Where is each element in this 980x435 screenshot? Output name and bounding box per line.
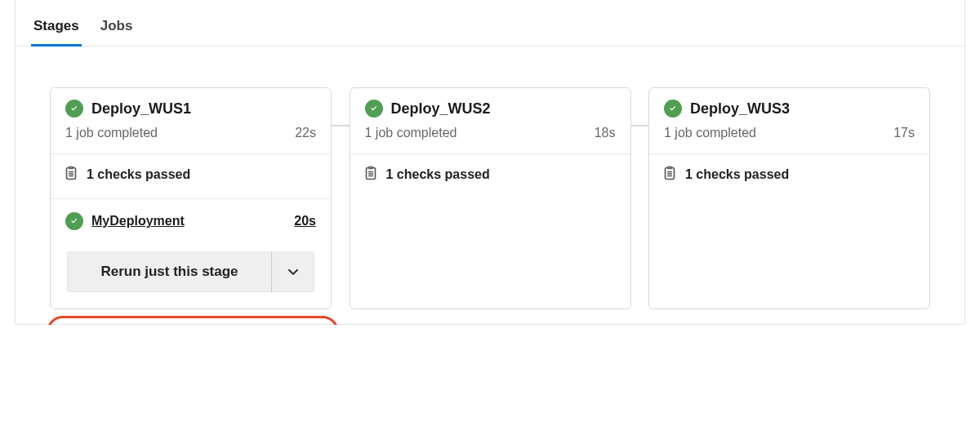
stage-connector xyxy=(332,125,350,127)
job-duration: 20s xyxy=(294,214,316,229)
stage-status-text: 1 job completed xyxy=(365,126,457,140)
chevron-down-icon xyxy=(286,264,301,279)
success-icon xyxy=(664,100,682,118)
tab-jobs[interactable]: Jobs xyxy=(100,18,133,46)
stage-checks-text: 1 checks passed xyxy=(386,167,490,182)
checklist-icon xyxy=(664,166,677,184)
stage-duration: 22s xyxy=(295,126,316,140)
success-icon xyxy=(65,100,83,118)
checklist-icon xyxy=(365,166,378,184)
tab-stages[interactable]: Stages xyxy=(33,18,79,46)
stage-card-deploy-wus3[interactable]: Deploy_WUS3 1 job completed 17s 1 checks… xyxy=(648,87,930,309)
stage-graph: Deploy_WUS1 1 job completed 22s 1 checks… xyxy=(16,47,964,309)
rerun-stage-button[interactable]: Rerun just this stage xyxy=(68,252,271,291)
stage-title: Deploy_WUS1 xyxy=(91,100,191,118)
success-icon xyxy=(365,100,383,118)
stage-title: Deploy_WUS2 xyxy=(391,100,491,118)
checklist-icon xyxy=(65,166,78,184)
stage-status-text: 1 job completed xyxy=(65,126,158,140)
job-name-link[interactable]: MyDeployment xyxy=(91,214,286,229)
stage-connector xyxy=(631,125,649,127)
stage-checks-text: 1 checks passed xyxy=(87,167,190,182)
stage-job-row[interactable]: MyDeployment 20s xyxy=(51,198,331,242)
stage-card-deploy-wus2[interactable]: Deploy_WUS2 1 job completed 18s 1 checks… xyxy=(350,87,631,309)
stage-title: Deploy_WUS3 xyxy=(690,100,790,118)
success-icon xyxy=(65,212,83,230)
rerun-stage-split-button[interactable]: Rerun just this stage xyxy=(67,251,314,292)
stage-duration: 18s xyxy=(595,126,616,140)
pipeline-panel: Stages Jobs Deploy_WUS1 1 job completed … xyxy=(15,0,965,325)
tab-bar: Stages Jobs xyxy=(16,0,964,47)
stage-status-text: 1 job completed xyxy=(664,126,756,140)
annotation-highlight xyxy=(47,316,339,325)
rerun-stage-dropdown[interactable] xyxy=(271,252,314,291)
stage-card-deploy-wus1[interactable]: Deploy_WUS1 1 job completed 22s 1 checks… xyxy=(50,87,332,309)
stage-checks-text: 1 checks passed xyxy=(685,167,789,182)
stage-duration: 17s xyxy=(893,126,915,140)
